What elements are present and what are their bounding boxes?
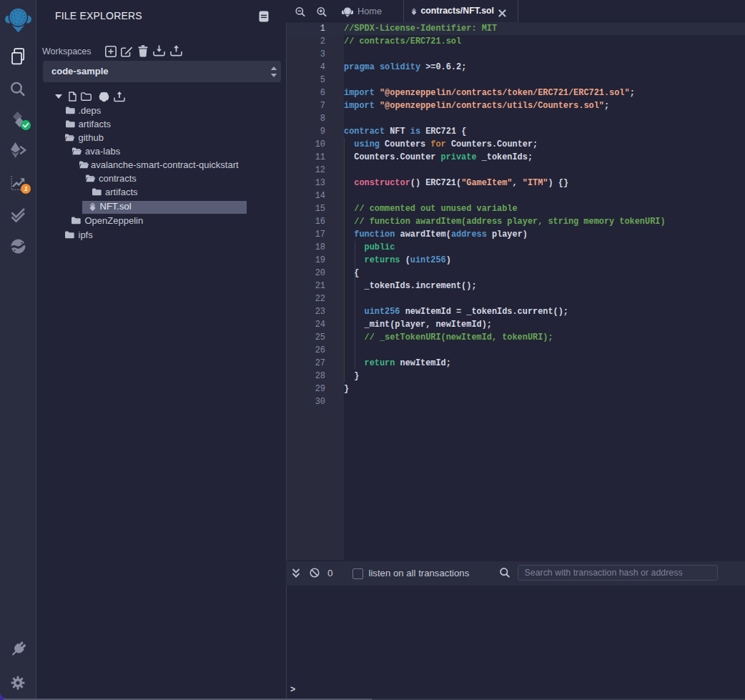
svg-text:1: 1 bbox=[24, 185, 28, 192]
